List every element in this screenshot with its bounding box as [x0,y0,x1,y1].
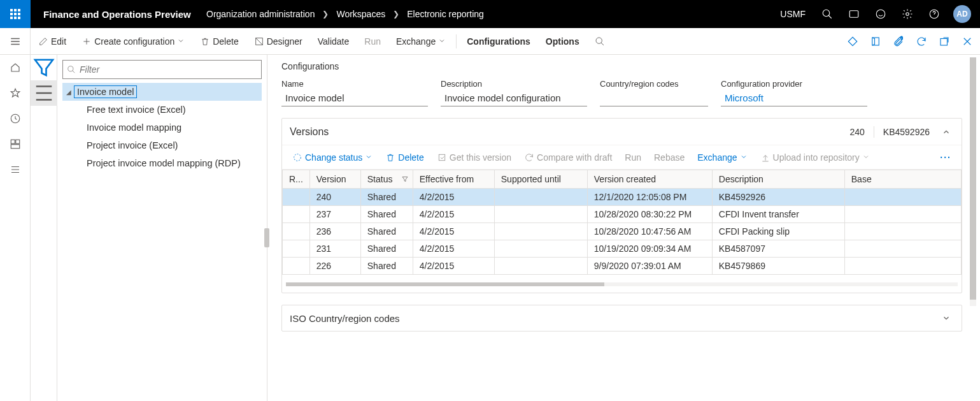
collapse-button[interactable] [939,124,954,140]
svg-rect-1 [849,11,858,18]
avatar[interactable]: AD [953,5,971,23]
search-icon[interactable] [814,0,840,28]
chevron-down-icon [177,36,185,47]
table-row[interactable]: 240Shared4/2/201512/1/2020 12:05:08 PMKB… [283,189,962,206]
expand-button[interactable] [939,310,954,326]
tree-item[interactable]: Free text invoice (Excel) [62,101,262,119]
tree-root[interactable]: ◢ Invoice model [62,83,262,101]
modules-icon[interactable] [0,157,31,182]
name-field-value[interactable]: Invoice model [281,91,428,106]
page-scrollbar-thumb[interactable] [970,57,976,300]
page-scrollbar[interactable] [970,57,976,306]
versions-title: Versions [290,126,841,138]
col-created[interactable]: Version created [587,170,712,189]
options-menu[interactable]: Options [538,28,587,55]
tree-item-label: Free text invoice (Excel) [87,105,186,115]
col-supported[interactable]: Supported until [494,170,587,189]
table-row[interactable]: 226Shared4/2/20159/9/2020 07:39:01 AMKB4… [283,258,962,275]
table-cell: KB4587097 [712,240,844,258]
tree-item[interactable]: Project invoice model mapping (RDP) [62,154,262,172]
favorites-icon[interactable] [0,80,31,106]
versions-header-kb: KB4592926 [874,127,939,137]
home-icon[interactable] [0,55,31,80]
tree-item[interactable]: Project invoice (Excel) [62,136,262,154]
iso-title: ISO Country/region codes [290,313,939,324]
col-desc[interactable]: Description [712,170,844,189]
tree-collapse-icon[interactable]: ◢ [64,89,74,96]
table-row[interactable]: 237Shared4/2/201510/28/2020 08:30:22 PMC… [283,206,962,223]
change-status-button[interactable]: Change status [286,152,379,163]
close-button[interactable] [956,28,979,55]
create-config-button[interactable]: Create configuration [74,28,192,55]
refresh-button[interactable] [910,28,933,55]
filter-panel-toggle[interactable] [31,80,57,106]
validate-button[interactable]: Validate [310,28,357,55]
iso-section[interactable]: ISO Country/region codes [281,305,962,332]
desc-field-value[interactable]: Invoice model configuration [441,91,587,106]
filter-input[interactable] [80,64,257,75]
app-launcher[interactable] [0,0,31,28]
help-icon[interactable] [921,0,947,28]
chevron-down-icon [862,152,870,163]
messages-icon[interactable] [841,0,867,28]
provider-field-value[interactable]: Microsoft [721,91,867,106]
search-toolbar-button[interactable] [587,28,613,55]
menu-toggle[interactable] [0,28,31,55]
scrollbar-thumb[interactable] [286,282,604,286]
workspaces-icon[interactable] [0,131,31,157]
feedback-icon[interactable] [868,0,893,28]
table-cell: 226 [309,258,360,275]
breadcrumb-item[interactable]: Organization administration [202,9,318,19]
popout-button[interactable] [933,28,956,55]
svg-point-15 [294,154,301,161]
col-status[interactable]: Status [360,170,413,189]
get-version-button: Get this version [430,152,518,163]
svg-point-14 [68,66,73,71]
table-cell [283,206,310,223]
country-field-value[interactable] [600,91,708,106]
delete-button[interactable]: Delete [192,28,246,55]
svg-point-0 [823,10,830,17]
recent-icon[interactable] [0,106,31,131]
configurations-menu[interactable]: Configurations [459,28,538,55]
col-base[interactable]: Base [844,170,961,189]
settings-icon[interactable] [895,0,920,28]
edit-button[interactable]: Edit [31,28,74,55]
version-run-button: Run [618,152,648,163]
table-cell [494,223,587,240]
col-effective[interactable]: Effective from [413,170,494,189]
table-cell [283,240,310,258]
table-cell: Shared [360,258,413,275]
filter-funnel-icon[interactable] [31,55,57,80]
chevron-down-icon [740,152,748,163]
table-cell: 4/2/2015 [413,206,494,223]
table-cell [283,189,310,206]
table-cell [844,258,961,275]
attachments-button[interactable]: 0 [887,28,910,55]
more-actions-button[interactable]: ··· [934,152,958,163]
table-cell: CFDI Packing slip [712,223,844,240]
col-r[interactable]: R... [283,170,310,189]
filter-input-wrap[interactable] [62,60,262,79]
table-scrollbar[interactable] [286,282,958,286]
rebase-label: Rebase [654,152,685,163]
designer-button[interactable]: Designer [246,28,310,55]
version-exchange-button[interactable]: Exchange [691,152,753,163]
exchange-label: Exchange [396,36,436,47]
breadcrumb-item[interactable]: Workspaces [332,9,389,19]
table-row[interactable]: 236Shared4/2/201510/28/2020 10:47:56 AMC… [283,223,962,240]
diamond-icon[interactable] [841,28,864,55]
version-delete-button[interactable]: Delete [379,152,430,163]
table-cell [844,206,961,223]
tree-item[interactable]: Invoice model mapping [62,119,262,136]
col-version[interactable]: Version [309,170,360,189]
exchange-button[interactable]: Exchange [388,28,453,55]
breadcrumb-item[interactable]: Electronic reporting [403,9,488,19]
compare-button: Compare with draft [518,152,618,163]
table-row[interactable]: 231Shared4/2/201510/19/2020 09:09:34 AMK… [283,240,962,258]
filter-icon[interactable] [401,175,409,185]
version-delete-label: Delete [398,152,423,163]
table-cell: 237 [309,206,360,223]
company-selector[interactable]: USMF [772,9,813,19]
office-icon[interactable] [864,28,887,55]
